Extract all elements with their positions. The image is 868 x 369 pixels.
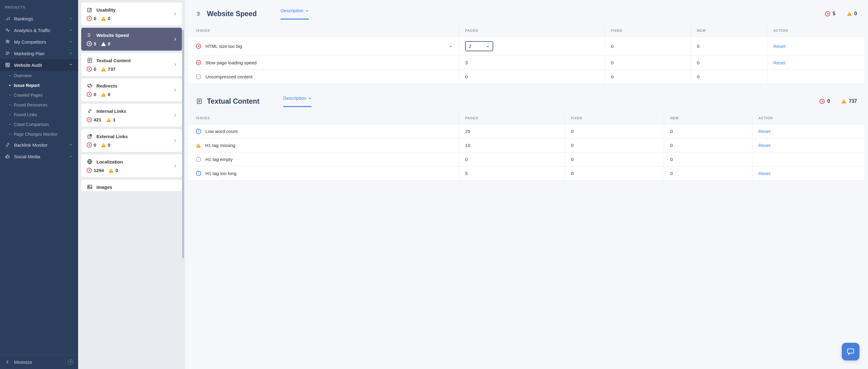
chevron-down-icon[interactable]	[449, 44, 453, 48]
help-icon[interactable]: ?	[68, 359, 73, 365]
new-cell: 0	[664, 153, 752, 167]
chevron-down-icon	[69, 28, 73, 32]
pages-cell: 3	[459, 56, 605, 70]
col-issues: ISSUES	[189, 112, 459, 125]
subnav-page-changes[interactable]: Page Changes Monitor	[0, 129, 78, 139]
category-panel: Usability 0 0 Website Speed 5 0 Textual …	[78, 0, 185, 369]
reset-link[interactable]: Reset	[773, 44, 785, 49]
link-icon	[5, 142, 10, 147]
reset-link[interactable]: Reset	[758, 171, 770, 176]
action-cell: Reset	[767, 56, 864, 70]
category-usability[interactable]: Usability 0 0	[81, 2, 182, 25]
nav-label: Social Media	[14, 154, 40, 159]
error-icon	[87, 66, 92, 72]
chevron-down-icon	[69, 143, 73, 147]
new-cell: 0	[664, 138, 752, 153]
error-icon	[196, 60, 201, 65]
issue-name: H1 tag missing	[205, 143, 453, 148]
description-tab[interactable]: Description	[283, 96, 312, 107]
issue-row: H1 tag empty 0 0 0	[189, 153, 864, 167]
subnav-found-resources[interactable]: Found Resources	[0, 100, 78, 110]
col-new: NEW	[691, 24, 767, 37]
minimize-button[interactable]: Minimize ?	[0, 355, 78, 369]
pages-cell: 2	[459, 37, 605, 56]
svg-rect-8	[88, 185, 92, 189]
col-action: ACTION	[767, 24, 864, 37]
issue-name: H1 tag empty	[206, 157, 453, 162]
arrow-left-icon	[5, 359, 10, 365]
nav-analytics[interactable]: Analytics & Traffic	[0, 24, 78, 36]
warning-count: 737	[849, 99, 857, 104]
warning-icon	[101, 67, 106, 71]
pages-cell: 10	[459, 138, 565, 153]
category-images[interactable]: Images	[81, 180, 182, 191]
pages-select[interactable]: 2	[465, 41, 493, 51]
nav-rankings[interactable]: Rankings	[0, 13, 78, 24]
error-count: 0	[827, 99, 830, 104]
category-redirects[interactable]: Redirects 0 0	[81, 78, 182, 101]
subnav-crawled-pages[interactable]: Crawled Pages	[0, 90, 78, 100]
warning-icon	[101, 143, 106, 147]
scrollbar-thumb[interactable]	[182, 30, 184, 258]
description-tab[interactable]: Description	[280, 8, 309, 20]
chat-button[interactable]	[842, 343, 860, 361]
reset-link[interactable]: Reset	[758, 143, 770, 148]
nav-label: My Competitors	[14, 39, 46, 44]
pages-cell: 25	[459, 125, 565, 138]
error-icon	[87, 16, 92, 21]
warning-icon	[847, 11, 852, 16]
chevron-right-icon	[173, 88, 177, 92]
external-link-icon	[87, 133, 93, 139]
nav-competitors[interactable]: My Competitors	[0, 36, 78, 47]
link-icon	[87, 108, 93, 114]
pages-cell: 0	[459, 153, 565, 167]
action-cell: Reset	[752, 138, 864, 153]
pulse-icon	[5, 28, 10, 33]
subnav-overview[interactable]: Overview	[0, 71, 78, 80]
fixed-cell: 0	[565, 125, 664, 138]
category-textual-content[interactable]: Textual Content 0 737	[81, 53, 182, 76]
warning-icon	[841, 99, 846, 103]
category-internal-links[interactable]: Internal Links 421 1	[81, 104, 182, 127]
list-icon	[5, 51, 10, 56]
subnav-crawl-comparison[interactable]: Crawl Comparison	[0, 120, 78, 129]
chevron-right-icon	[173, 63, 177, 66]
warning-icon	[101, 42, 106, 46]
category-external-links[interactable]: External Links 0 0	[81, 129, 182, 152]
nav-website-audit[interactable]: Website Audit	[0, 59, 78, 71]
error-icon	[825, 11, 830, 16]
info-icon	[196, 129, 201, 134]
chevron-up-icon	[69, 63, 73, 67]
reset-link[interactable]: Reset	[758, 129, 770, 134]
chevron-down-icon	[69, 16, 73, 21]
svg-point-3	[7, 64, 8, 66]
warning-icon	[101, 92, 106, 97]
category-website-speed[interactable]: Website Speed 5 0	[81, 28, 182, 51]
warning-icon	[196, 143, 201, 147]
category-localization[interactable]: Localization 1294 0	[81, 154, 182, 177]
issue-row: Uncompressed content 0 0 0	[189, 70, 864, 84]
nav-backlink[interactable]: Backlink Monitor	[0, 139, 78, 150]
nav-social[interactable]: Social Media	[0, 150, 78, 162]
thumbs-up-icon	[5, 154, 10, 159]
speed-icon	[87, 32, 93, 38]
issue-name: Uncompressed content	[206, 74, 453, 79]
subnav-found-links[interactable]: Found Links	[0, 110, 78, 120]
section-website speed: Website Speed Description 5 0 ISSUES PAG…	[189, 2, 864, 84]
reset-link[interactable]: Reset	[773, 60, 785, 65]
chevron-down-icon	[69, 154, 73, 159]
check-icon	[196, 157, 201, 162]
chevron-down-icon	[305, 9, 309, 12]
col-fixed: FIXED	[604, 24, 691, 37]
svg-rect-2	[6, 63, 9, 67]
chevron-down-icon	[69, 40, 73, 44]
nav-label: Website Audit	[14, 63, 42, 68]
chevron-right-icon	[173, 37, 177, 41]
warning-icon	[101, 16, 106, 21]
subnav-issue-report[interactable]: Issue Report	[0, 80, 78, 90]
fixed-cell: 0	[604, 56, 691, 70]
new-cell: 0	[691, 70, 767, 84]
issue-name: H1 tag too long	[206, 171, 453, 176]
section-icon	[196, 10, 203, 17]
nav-marketing[interactable]: Marketing Plan	[0, 47, 78, 59]
